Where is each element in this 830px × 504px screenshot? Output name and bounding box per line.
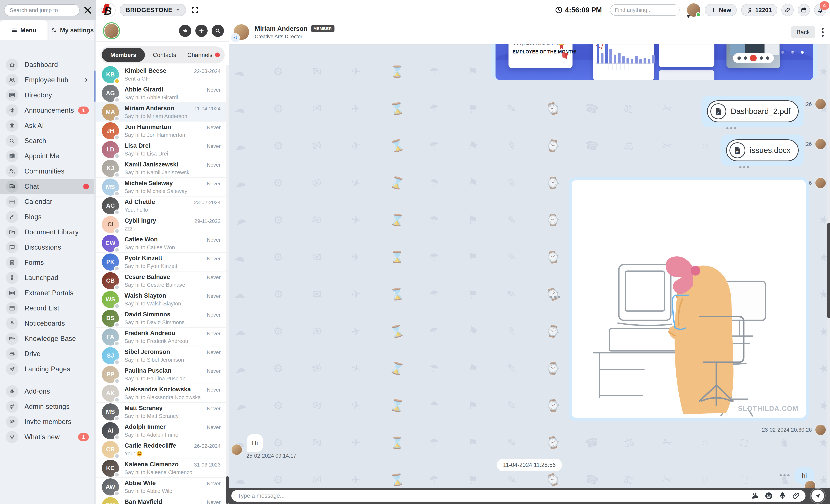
chat-scrollbar[interactable] <box>827 21 830 504</box>
fullscreen-icon[interactable] <box>191 6 199 14</box>
member-row[interactable]: KBKimbell BeeseSent a GIF22-03-2024 <box>96 65 226 84</box>
sidebar-item-blogs[interactable]: Blogs <box>0 209 96 224</box>
member-row[interactable]: KCKaleena ClemenzoSay hi to Kaleena Clem… <box>96 459 226 478</box>
sidebar-item-search[interactable]: Search <box>0 133 96 149</box>
user-avatar[interactable] <box>687 3 700 17</box>
sidebar-item-communities[interactable]: Communities <box>0 164 96 179</box>
sidebar-item-announcements[interactable]: Announcements1 <box>0 103 96 118</box>
member-row[interactable]: JHJon HammertonSay hi to Jon HammertonNe… <box>96 122 226 140</box>
member-row[interactable]: AGAbbie GirardiSay hi to Abbie GirardiNe… <box>96 84 226 103</box>
member-row[interactable]: MAMiriam AndersonSay hi to Miriam Anders… <box>96 103 226 122</box>
gif-frog-icon[interactable] <box>751 492 760 500</box>
sidebar-item-extranet-portals[interactable]: Extranet Portals <box>0 285 96 301</box>
sidebar-item-calendar[interactable]: Calendar <box>0 194 96 209</box>
sidebar-scrollbar[interactable] <box>94 21 96 504</box>
file-pill[interactable]: w issues.docx <box>726 139 799 161</box>
member-row[interactable]: PKPyotr KinzettSay hi to Pyotr KinzettNe… <box>96 253 226 272</box>
member-row[interactable]: WSWalsh SlaytonSay hi to Walsh SlaytonNe… <box>96 290 226 309</box>
sticker-message[interactable]: SLOTHILDA.COM <box>569 177 809 421</box>
sidebar-item-appoint-me[interactable]: Appoint Me <box>0 149 96 164</box>
new-chat-button[interactable] <box>195 25 208 37</box>
speaker-icon[interactable] <box>231 33 240 42</box>
member-row[interactable]: PPPaulina PuscianSay hi to Paulina Pusci… <box>96 365 226 384</box>
member-row[interactable]: LDLisa DreiSay hi to Lisa DreiNever <box>96 140 226 159</box>
member-row[interactable]: CWCatlee WonSay hi to Catlee WonNever <box>96 234 226 253</box>
message-options-icon[interactable] <box>726 127 736 129</box>
jump-search-input[interactable] <box>10 7 74 13</box>
member-row[interactable]: CBCesare BalnaveSay hi to Cesare Balnave… <box>96 272 226 290</box>
broadcast-button[interactable] <box>179 25 191 37</box>
message-options-icon[interactable] <box>739 166 749 168</box>
my-settings-tab[interactable]: My settings <box>49 21 96 40</box>
brand-logo[interactable]: B <box>101 3 116 17</box>
new-button[interactable]: New <box>705 4 737 16</box>
member-row[interactable]: SJSibel JeromsonSay hi to Sibel Jeromson… <box>96 346 226 365</box>
sidebar-item-invite-members[interactable]: Invite members <box>0 414 96 430</box>
member-row[interactable]: CRCarlie ReddecliffeYou:26-02-2024 <box>96 440 226 459</box>
sidebar-item-forms[interactable]: Forms <box>0 255 96 270</box>
tab-contacts[interactable]: Contacts <box>145 48 184 62</box>
microphone-icon[interactable] <box>778 492 787 500</box>
member-row[interactable]: FAFrederik AndreouSay hi to Frederik And… <box>96 328 226 346</box>
my-message-avatar <box>815 138 826 150</box>
link-button[interactable] <box>781 4 794 16</box>
file-pill[interactable]: A Dashboard_2.pdf <box>707 100 799 122</box>
sidebar-item-record-list[interactable]: Record List <box>0 301 96 316</box>
sidebar-item-what-s-new[interactable]: What's new1 <box>0 430 96 445</box>
tab-channels[interactable]: Channels <box>184 48 223 62</box>
menu-tab[interactable]: Menu <box>0 21 47 40</box>
sidebar-item-dashboard[interactable]: Dashboard <box>0 57 96 72</box>
tab-members[interactable]: Members <box>102 48 145 62</box>
sidebar-item-launchpad[interactable]: Launchpad <box>0 270 96 285</box>
member-row[interactable]: KJKamil JaniszewskiSay hi to Kamil Janis… <box>96 159 226 178</box>
message-input-field[interactable] <box>237 493 751 499</box>
message-input[interactable] <box>231 490 805 502</box>
global-search[interactable] <box>610 4 679 16</box>
member-row[interactable]: MSMichele SalewaySay hi to Michele Salew… <box>96 178 226 196</box>
workspace-switcher[interactable]: BRIDGESTONE <box>120 4 186 16</box>
attachment-icon[interactable] <box>792 492 801 500</box>
message-scroll-region[interactable]: Admin Congratulations to @sara EMPLOYEE … <box>229 21 830 504</box>
jump-search[interactable] <box>4 4 79 16</box>
sidebar-item-discussions[interactable]: Discussions <box>0 240 96 255</box>
file-message-docx[interactable]: w issues.docx <box>721 134 804 166</box>
member-row[interactable]: AKAleksandra KozlowskaSay hi to Aleksand… <box>96 384 226 403</box>
file-message-pdf[interactable]: A Dashboard_2.pdf <box>701 96 804 127</box>
sidebar-item-knowledge-base[interactable]: Knowledge Base <box>0 331 96 346</box>
notifications-button[interactable]: 4 <box>814 4 826 16</box>
presence-dot <box>114 472 120 477</box>
sidebar-item-admin-settings[interactable]: Admin settings <box>0 399 96 414</box>
sidebar-item-drive[interactable]: Drive <box>0 346 96 361</box>
member-last-date: Never <box>207 293 221 299</box>
back-button[interactable]: Back <box>791 26 815 38</box>
send-button[interactable] <box>810 488 826 504</box>
sidebar-item-directory[interactable]: Directory <box>0 88 96 103</box>
sidebar-item-add-ons[interactable]: Add-ons <box>0 384 96 399</box>
sidebar-item-noticeboards[interactable]: Noticeboards <box>0 316 96 331</box>
close-icon[interactable] <box>83 5 93 15</box>
emoji-icon[interactable] <box>764 492 773 500</box>
member-list-scrollbar[interactable] <box>226 65 229 504</box>
search-chats-button[interactable] <box>212 25 224 37</box>
sidebar-item-chat[interactable]: Chat <box>0 179 96 194</box>
member-row[interactable]: ACAd ChettleYou: hello23-02-2024 <box>96 196 226 215</box>
message-options-icon[interactable] <box>550 296 560 298</box>
member-row[interactable]: CICybil Ingryzzz29-11-2022 <box>96 215 226 234</box>
chat-menu-icon[interactable] <box>822 28 824 37</box>
incoming-message[interactable]: Hi <box>247 434 263 452</box>
global-search-input[interactable] <box>610 7 679 13</box>
calendar-button[interactable] <box>798 4 810 16</box>
sidebar-item-ask-ai[interactable]: Ask AI <box>0 118 96 133</box>
my-chat-avatar[interactable] <box>103 22 120 39</box>
message-options-icon[interactable] <box>779 474 790 476</box>
member-row[interactable]: AWAbbie WileSay hi to Abbie WileNever <box>96 478 226 496</box>
points-button[interactable]: 12201 <box>741 4 777 16</box>
sidebar-item-employee-hub[interactable]: Employee hub <box>0 72 96 88</box>
member-row[interactable]: DSDavid SimmonsSay hi to David SimmonsNe… <box>96 309 226 328</box>
sidebar-item-document-library[interactable]: Document Library <box>0 224 96 240</box>
member-row[interactable]: AIAdolph ImmerSay hi to Adolph ImmerNeve… <box>96 421 226 440</box>
member-row[interactable]: MSMatt ScraneySay hi to Matt ScraneyNeve… <box>96 403 226 421</box>
member-row[interactable]: BMBan MayfieldSay hi to Ban MayfieldNeve… <box>96 496 226 504</box>
sidebar-item-landing-pages[interactable]: Landing Pages <box>0 361 96 377</box>
sender-avatar[interactable] <box>231 444 243 455</box>
